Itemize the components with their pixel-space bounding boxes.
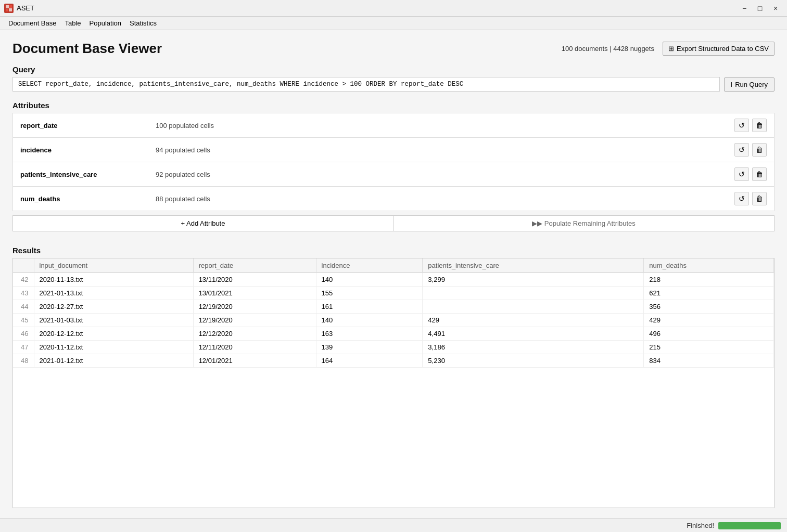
status-text: Finished! bbox=[687, 522, 714, 529]
cell-num-deaths: 356 bbox=[644, 300, 774, 314]
svg-rect-0 bbox=[6, 5, 9, 8]
results-tbody: 42 2020-11-13.txt 13/11/2020 140 3,299 2… bbox=[13, 273, 774, 368]
attr-delete-button[interactable]: 🗑 bbox=[752, 192, 767, 205]
close-button[interactable]: × bbox=[768, 3, 783, 14]
cell-incidence: 140 bbox=[316, 314, 423, 327]
cell-patients-intensive-care: 4,491 bbox=[423, 327, 644, 341]
results-table: input_document report_date incidence pat… bbox=[13, 258, 774, 368]
attr-delete-button[interactable]: 🗑 bbox=[752, 119, 767, 132]
attributes-section-label: Attributes bbox=[12, 101, 775, 110]
table-row: 44 2020-12-27.txt 12/19/2020 161 356 bbox=[13, 300, 774, 314]
results-table-header-row: input_document report_date incidence pat… bbox=[13, 258, 774, 273]
cell-patients-intensive-care: 429 bbox=[423, 314, 644, 327]
cell-report-date: 13/11/2020 bbox=[193, 273, 316, 287]
attr-delete-button[interactable]: 🗑 bbox=[752, 167, 767, 181]
title-bar: ASET − □ × bbox=[0, 0, 787, 17]
cell-incidence: 140 bbox=[316, 273, 423, 287]
attribute-row: report_date 100 populated cells ↺ 🗑 bbox=[12, 113, 775, 137]
table-row: 45 2021-01-03.txt 12/19/2020 140 429 429 bbox=[13, 314, 774, 327]
main-content: Document Base Viewer 100 documents | 442… bbox=[0, 30, 787, 518]
cell-report-date: 12/19/2020 bbox=[193, 314, 316, 327]
minimize-button[interactable]: − bbox=[737, 3, 752, 14]
table-icon: ⊞ bbox=[668, 45, 674, 53]
results-table-container[interactable]: input_document report_date incidence pat… bbox=[12, 258, 775, 508]
menu-table[interactable]: Table bbox=[61, 18, 85, 29]
attribute-row: num_deaths 88 populated cells ↺ 🗑 bbox=[12, 186, 775, 211]
cell-num-deaths: 215 bbox=[644, 341, 774, 354]
menu-population[interactable]: Population bbox=[85, 18, 125, 29]
query-row: SELECT report_date, incidence, patients_… bbox=[12, 77, 775, 92]
cell-input-document: 2020-11-13.txt bbox=[34, 273, 193, 287]
table-row: 46 2020-12-12.txt 12/12/2020 163 4,491 4… bbox=[13, 327, 774, 341]
attr-refresh-button[interactable]: ↺ bbox=[734, 167, 749, 181]
col-incidence: incidence bbox=[316, 258, 423, 273]
attr-refresh-button[interactable]: ↺ bbox=[734, 143, 749, 157]
row-index: 48 bbox=[13, 354, 34, 368]
menu-document-base[interactable]: Document Base bbox=[4, 18, 61, 29]
menu-statistics[interactable]: Statistics bbox=[125, 18, 161, 29]
run-query-button[interactable]: I Run Query bbox=[724, 77, 775, 92]
table-row: 47 2020-11-12.txt 12/11/2020 139 3,186 2… bbox=[13, 341, 774, 354]
cell-incidence: 155 bbox=[316, 287, 423, 300]
attr-refresh-button[interactable]: ↺ bbox=[734, 119, 749, 132]
row-index: 47 bbox=[13, 341, 34, 354]
cell-num-deaths: 496 bbox=[644, 327, 774, 341]
cell-incidence: 161 bbox=[316, 300, 423, 314]
query-text[interactable]: SELECT report_date, incidence, patients_… bbox=[12, 77, 720, 92]
row-index: 43 bbox=[13, 287, 34, 300]
table-row: 43 2021-01-13.txt 13/01/2021 155 621 bbox=[13, 287, 774, 300]
attribute-row: incidence 94 populated cells ↺ 🗑 bbox=[12, 137, 775, 162]
add-attribute-button[interactable]: + Add Attribute bbox=[12, 215, 394, 231]
query-section: Query SELECT report_date, incidence, pat… bbox=[12, 65, 775, 101]
attr-actions: ↺ 🗑 bbox=[734, 192, 767, 205]
svg-rect-3 bbox=[6, 9, 8, 11]
row-index: 45 bbox=[13, 314, 34, 327]
cell-input-document: 2020-12-27.txt bbox=[34, 300, 193, 314]
attr-name: report_date bbox=[20, 122, 156, 129]
row-index: 42 bbox=[13, 273, 34, 287]
attr-actions: ↺ 🗑 bbox=[734, 143, 767, 157]
cell-num-deaths: 621 bbox=[644, 287, 774, 300]
table-row: 48 2021-01-12.txt 12/01/2021 164 5,230 8… bbox=[13, 354, 774, 368]
attr-cells: 88 populated cells bbox=[156, 195, 734, 203]
cell-patients-intensive-care: 3,186 bbox=[423, 341, 644, 354]
cell-num-deaths: 429 bbox=[644, 314, 774, 327]
header-right: 100 documents | 4428 nuggets ⊞ Export St… bbox=[562, 42, 775, 56]
cell-incidence: 163 bbox=[316, 327, 423, 341]
attr-name: incidence bbox=[20, 146, 156, 154]
attr-cells: 92 populated cells bbox=[156, 171, 734, 178]
col-report-date: report_date bbox=[193, 258, 316, 273]
cell-report-date: 12/19/2020 bbox=[193, 300, 316, 314]
query-section-label: Query bbox=[12, 65, 775, 74]
populate-remaining-button[interactable]: ▶▶ Populate Remaining Attributes bbox=[394, 215, 775, 231]
status-bar: Finished! bbox=[0, 518, 787, 532]
cell-input-document: 2020-12-12.txt bbox=[34, 327, 193, 341]
doc-stats: 100 documents | 4428 nuggets bbox=[562, 45, 654, 53]
row-index: 46 bbox=[13, 327, 34, 341]
attr-cells: 100 populated cells bbox=[156, 122, 734, 129]
export-csv-button[interactable]: ⊞ Export Structured Data to CSV bbox=[663, 42, 775, 56]
cell-num-deaths: 834 bbox=[644, 354, 774, 368]
menu-bar: Document Base Table Population Statistic… bbox=[0, 17, 787, 30]
attribute-rows-container: report_date 100 populated cells ↺ 🗑 inci… bbox=[12, 113, 775, 211]
cell-report-date: 12/12/2020 bbox=[193, 327, 316, 341]
cell-patients-intensive-care bbox=[423, 300, 644, 314]
attr-action-row: + Add Attribute ▶▶ Populate Remaining At… bbox=[12, 215, 775, 231]
export-label: Export Structured Data to CSV bbox=[677, 45, 769, 53]
results-section: Results input_document report_date incid… bbox=[12, 246, 775, 508]
attr-cells: 94 populated cells bbox=[156, 146, 734, 154]
attr-delete-button[interactable]: 🗑 bbox=[752, 143, 767, 157]
cell-num-deaths: 218 bbox=[644, 273, 774, 287]
cell-report-date: 12/11/2020 bbox=[193, 341, 316, 354]
attribute-row: patients_intensive_care 92 populated cel… bbox=[12, 162, 775, 186]
header-row: Document Base Viewer 100 documents | 442… bbox=[12, 41, 775, 57]
maximize-button[interactable]: □ bbox=[753, 3, 767, 14]
status-progress-bar bbox=[718, 522, 781, 529]
cell-input-document: 2021-01-13.txt bbox=[34, 287, 193, 300]
attr-actions: ↺ 🗑 bbox=[734, 167, 767, 181]
cell-input-document: 2021-01-12.txt bbox=[34, 354, 193, 368]
col-input-document: input_document bbox=[34, 258, 193, 273]
attr-actions: ↺ 🗑 bbox=[734, 119, 767, 132]
attr-refresh-button[interactable]: ↺ bbox=[734, 192, 749, 205]
run-query-label: Run Query bbox=[735, 81, 768, 88]
